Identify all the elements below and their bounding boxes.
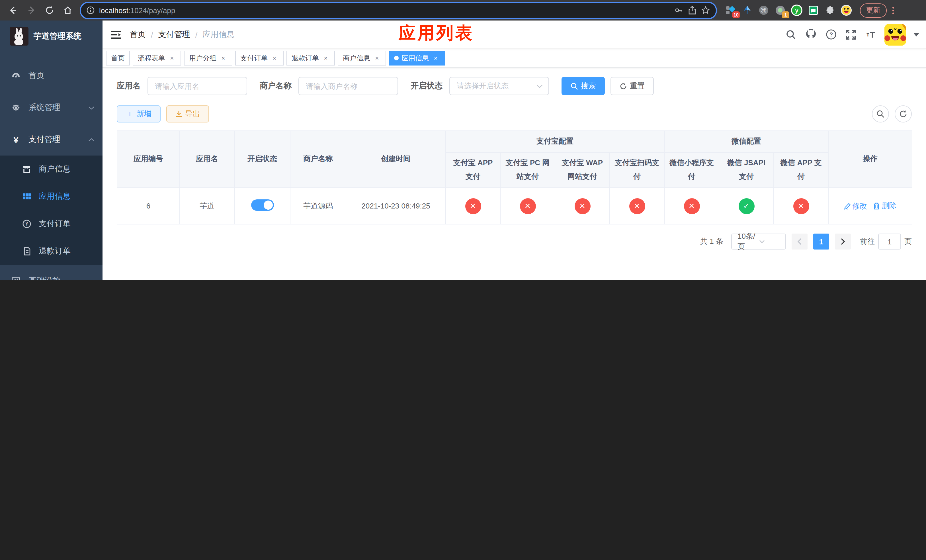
app-table: 应用编号 应用名 开启状态 商户名称 创建时间 支付宝配置 微信配置 操作 支付… [117,130,912,224]
cell-actions: 修改 删除 [828,188,912,224]
cell-alipay-wap [555,188,610,224]
info-icon[interactable] [86,6,95,14]
prev-page-button[interactable] [791,233,808,250]
tab-refund-order[interactable]: 退款订单× [286,51,335,65]
home-icon[interactable] [61,3,75,18]
status-toggle[interactable] [251,200,274,211]
tab-home[interactable]: 首页 [106,51,130,65]
bookmark-star-icon[interactable] [701,6,710,15]
sidebar-item-app-info[interactable]: 应用信息 [0,183,103,210]
store-icon [22,165,31,174]
document-icon [22,247,31,256]
breadcrumb-home[interactable]: 首页 [130,29,146,39]
chrome-update-button[interactable]: 更新 [860,3,887,17]
tab-pay-order[interactable]: 支付订单× [235,51,284,65]
extension-yudao-icon[interactable]: y [791,5,802,16]
font-size-icon[interactable]: тT [864,28,877,41]
tags-view: 首页 流程表单× 用户分组× 支付订单× 退款订单× 商户信息× 应用信息× [103,49,926,68]
forward-icon [24,3,39,18]
url-text[interactable]: localhost:1024/pay/app [99,6,175,15]
page-unit-label: 页 [904,236,912,247]
reset-button[interactable]: 重置 [610,77,654,95]
sidebar-item-merchant-info[interactable]: 商户信息 [0,156,103,183]
status-select[interactable]: 请选择开启状态 [449,77,549,95]
sidebar-item-system[interactable]: 系统管理 [0,92,103,124]
extensions-puzzle-icon[interactable] [824,5,835,16]
sidebar-collapse-icon[interactable] [107,25,125,44]
cell-alipay-app [446,188,500,224]
close-icon[interactable]: × [432,54,440,62]
refresh-button[interactable] [895,105,912,123]
chevron-down-icon [88,279,95,280]
merchant-name-input[interactable] [298,77,398,95]
next-page-button[interactable] [835,233,851,250]
help-icon[interactable]: ? [825,28,837,41]
sidebar-item-home[interactable]: 首页 [0,60,103,92]
chevron-up-icon [88,138,95,142]
sidebar-item-pay-order[interactable]: ¥ 支付订单 [0,210,103,238]
sidebar-item-payment[interactable]: ¥ 支付管理 [0,124,103,156]
extension-chat-icon[interactable] [808,5,819,16]
col-alipay-qr: 支付宝扫码支付 [610,152,664,188]
tab-process-form[interactable]: 流程表单× [133,51,181,65]
sidebar-logo[interactable]: 芋道管理系统 [0,21,103,52]
browser-menu-icon[interactable] [893,6,894,14]
cell-app-name: 芋道 [180,188,235,224]
table-row: 6 芋道 芋道源码 2021-10-23 08:49:25 [117,188,912,224]
svg-text:¥: ¥ [26,222,28,227]
breadcrumb-payment[interactable]: 支付管理 [158,29,190,39]
extension-record-icon[interactable]: 1 [775,5,786,16]
sidebar-item-refund-order[interactable]: 退款订单 [0,238,103,265]
password-key-icon[interactable] [674,6,683,15]
extension-diamond-icon[interactable]: 10 [725,5,736,16]
sidebar-item-infrastructure[interactable]: 基础设施 [0,265,103,280]
sidebar: 芋道管理系统 首页 系统管理 [0,21,103,280]
hide-search-button[interactable] [872,105,889,123]
close-icon[interactable]: × [168,54,176,62]
search-button[interactable]: 搜索 [561,77,605,95]
search-icon[interactable] [785,28,797,41]
close-icon [465,198,481,214]
col-actions: 操作 [828,131,912,188]
close-icon[interactable]: × [373,54,381,62]
tab-app-info[interactable]: 应用信息× [389,51,445,65]
breadcrumb-current: 应用信息 [203,29,235,39]
edit-link[interactable]: 修改 [844,201,867,211]
table-header-group-row: 应用编号 应用名 开启状态 商户名称 创建时间 支付宝配置 微信配置 操作 [117,131,912,152]
github-icon[interactable] [805,28,817,41]
avatar-caret-icon[interactable] [914,33,919,36]
export-button[interactable]: 导出 [166,105,209,123]
svg-text:y: y [795,8,799,14]
app-title: 芋道管理系统 [33,31,82,41]
sidebar-item-label: 支付订单 [39,219,71,229]
screen: localhost:1024/pay/app 10 ⌘ [0,0,926,280]
close-icon[interactable]: × [322,54,330,62]
page-number-1[interactable]: 1 [813,233,829,250]
pagination-goto: 前往 页 [860,233,912,250]
fullscreen-icon[interactable] [844,28,857,41]
cell-alipay-pc [500,188,555,224]
close-icon[interactable]: × [271,54,278,62]
close-icon[interactable]: × [219,54,227,62]
plus-icon: ＋ [126,109,134,119]
goto-label: 前往 [860,236,875,247]
goto-page-input[interactable] [878,233,901,250]
back-icon[interactable] [6,3,21,18]
share-icon[interactable] [688,6,696,15]
user-avatar[interactable] [884,24,906,45]
extension-kite-icon[interactable] [741,5,753,16]
breadcrumb: 首页 / 支付管理 / 应用信息 [130,29,235,39]
add-button[interactable]: ＋ 新增 [117,105,160,123]
page-app-list: 应用名 商户名称 开启状态 请选择开启状态 搜索 [103,68,926,280]
extension-command-icon[interactable]: ⌘ [758,5,769,16]
app-name-input[interactable] [147,77,247,95]
tab-user-group[interactable]: 用户分组× [184,51,232,65]
url-bar[interactable]: localhost:1024/pay/app [81,3,716,18]
profile-emoji-avatar[interactable] [841,5,852,16]
reload-icon[interactable] [42,3,57,18]
check-icon [738,198,754,214]
tab-merchant-info[interactable]: 商户信息× [338,51,386,65]
page-size-select[interactable]: 10条/页 [731,233,786,250]
status-label: 开启状态 [411,81,442,91]
delete-link[interactable]: 删除 [873,201,897,211]
